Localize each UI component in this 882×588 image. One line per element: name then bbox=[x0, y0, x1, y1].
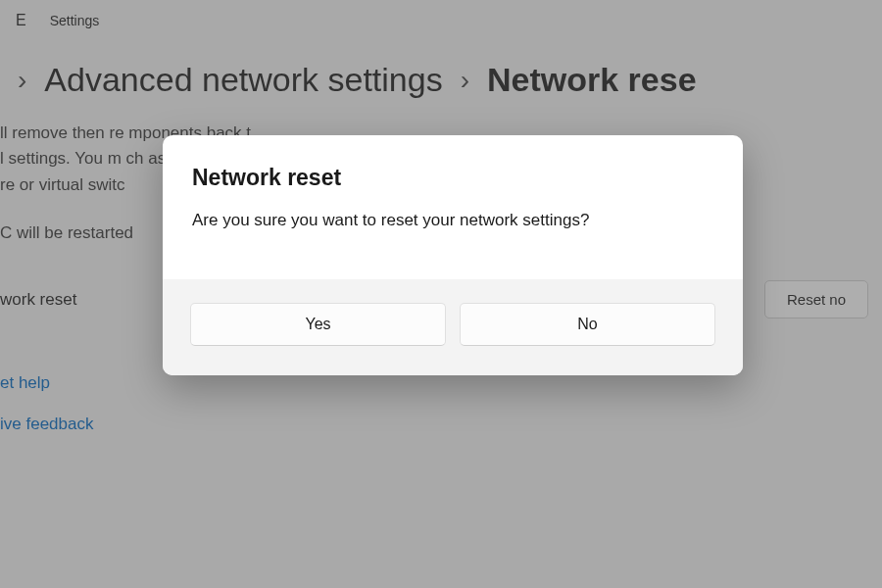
network-reset-dialog: Network reset Are you sure you want to r… bbox=[163, 135, 743, 375]
no-button[interactable]: No bbox=[460, 303, 715, 346]
yes-button[interactable]: Yes bbox=[190, 303, 446, 346]
dialog-actions: Yes No bbox=[163, 279, 743, 375]
dialog-title: Network reset bbox=[192, 165, 713, 191]
dialog-message: Are you sure you want to reset your netw… bbox=[192, 211, 713, 230]
dialog-body: Network reset Are you sure you want to r… bbox=[163, 135, 743, 279]
